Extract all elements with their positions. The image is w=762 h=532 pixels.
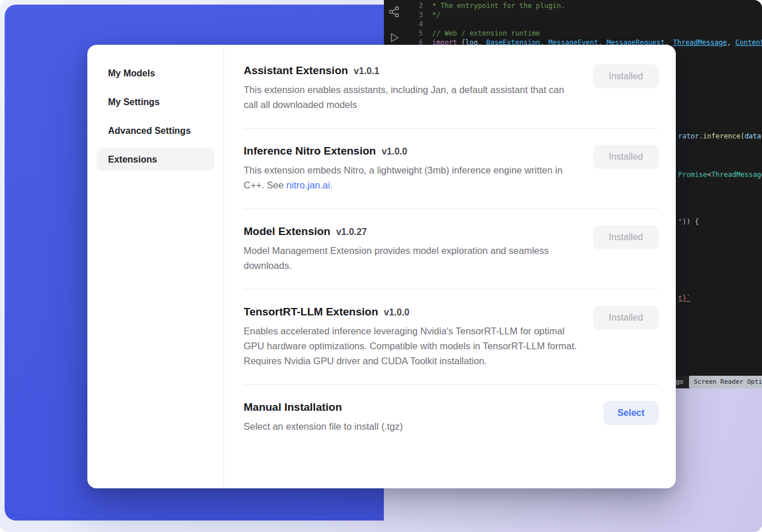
extension-heading: Inference Nitro Extension v1.0.0 [244, 145, 580, 157]
extension-description: This extension embeds Nitro, a lightweig… [244, 163, 580, 192]
page: 2 * The entrypoint for the plugin. 3 */ … [0, 0, 762, 532]
extension-item-nitro: Inference Nitro Extension v1.0.0 This ex… [244, 129, 659, 209]
extension-version: v1.0.1 [354, 66, 379, 76]
installed-button[interactable]: Installed [593, 64, 659, 88]
code-text: // Web / extension runtime [432, 29, 540, 38]
code-text: */ [432, 10, 440, 20]
line-number: 3 [398, 10, 423, 20]
select-file-button[interactable]: Select [603, 401, 659, 425]
code-line: 2 * The entrypoint for the plugin. [398, 1, 762, 10]
sidebar-item-advanced-settings[interactable]: Advanced Settings [97, 119, 214, 142]
extension-version: v1.0.0 [382, 147, 407, 157]
extension-heading: TensortRT-LLM Extension v1.0.0 [244, 306, 580, 318]
installed-button[interactable]: Installed [593, 145, 659, 169]
code-line: 3 */ [398, 10, 762, 20]
extension-heading: Assistant Extension v1.0.1 [244, 64, 580, 77]
code-line: 5 // Web / extension runtime [398, 29, 762, 38]
extension-info: Model Extension v1.0.27 Model Management… [244, 225, 580, 273]
code-fragment: ")) { [678, 217, 699, 226]
extension-info: Inference Nitro Extension v1.0.0 This ex… [244, 145, 580, 192]
extension-item-assistant: Assistant Extension v1.0.1 This extensio… [244, 64, 659, 129]
screen-reader-badge: Screen Reader Optimized [689, 376, 762, 388]
manual-installation-title: Manual Installation [244, 401, 342, 414]
line-number: 4 [398, 20, 423, 29]
sidebar-item-my-models[interactable]: My Models [97, 62, 214, 85]
extension-title: Assistant Extension [244, 64, 348, 77]
extension-info: Assistant Extension v1.0.1 This extensio… [244, 64, 580, 112]
installed-button[interactable]: Installed [593, 306, 659, 330]
sidebar-item-extensions[interactable]: Extensions [97, 148, 214, 171]
settings-modal: My Models My Settings Advanced Settings … [87, 45, 676, 488]
code-line: 4 [398, 20, 762, 29]
code-fragment: t}` [678, 294, 691, 303]
settings-sidebar: My Models My Settings Advanced Settings … [87, 45, 224, 488]
extension-title: Model Extension [244, 225, 330, 238]
extension-description: Enables accelerated inference leveraging… [244, 324, 580, 368]
extension-version: v1.0.27 [336, 227, 367, 237]
nitro-jan-ai-link[interactable]: nitro.jan.ai [286, 180, 330, 190]
manual-installation-row: Manual Installation Select an extension … [244, 385, 659, 434]
installed-button[interactable]: Installed [593, 225, 659, 249]
sidebar-item-my-settings[interactable]: My Settings [97, 91, 214, 114]
extension-info: Manual Installation Select an extension … [244, 401, 403, 434]
line-number: 2 [398, 1, 423, 10]
extension-info: TensortRT-LLM Extension v1.0.0 Enables a… [244, 306, 580, 368]
extension-title: Inference Nitro Extension [244, 145, 376, 157]
extension-item-model: Model Extension v1.0.27 Model Management… [244, 209, 659, 290]
status-text: go [676, 377, 683, 387]
code-fragment: Promise<ThreadMessage> [678, 170, 762, 179]
code-text: * The entrypoint for the plugin. [432, 1, 565, 10]
extension-title: TensortRT-LLM Extension [244, 306, 378, 318]
extension-description: This extension enables assistants, inclu… [244, 83, 580, 112]
code-fragment: rator.inference(data)); [678, 132, 762, 141]
manual-installation-description: Select an extension file to install (.tg… [244, 419, 403, 434]
line-number: 5 [398, 29, 423, 38]
extension-version: v1.0.0 [384, 307, 409, 318]
description-text: . [330, 180, 333, 190]
extension-description: Model Management Extension provides mode… [244, 244, 580, 273]
manual-installation-heading: Manual Installation [244, 401, 403, 414]
extensions-panel: Assistant Extension v1.0.1 This extensio… [224, 45, 676, 488]
extension-item-tensorrt: TensortRT-LLM Extension v1.0.0 Enables a… [244, 290, 659, 385]
extension-heading: Model Extension v1.0.27 [244, 225, 580, 238]
code-block: 2 * The entrypoint for the plugin. 3 */ … [398, 1, 762, 47]
